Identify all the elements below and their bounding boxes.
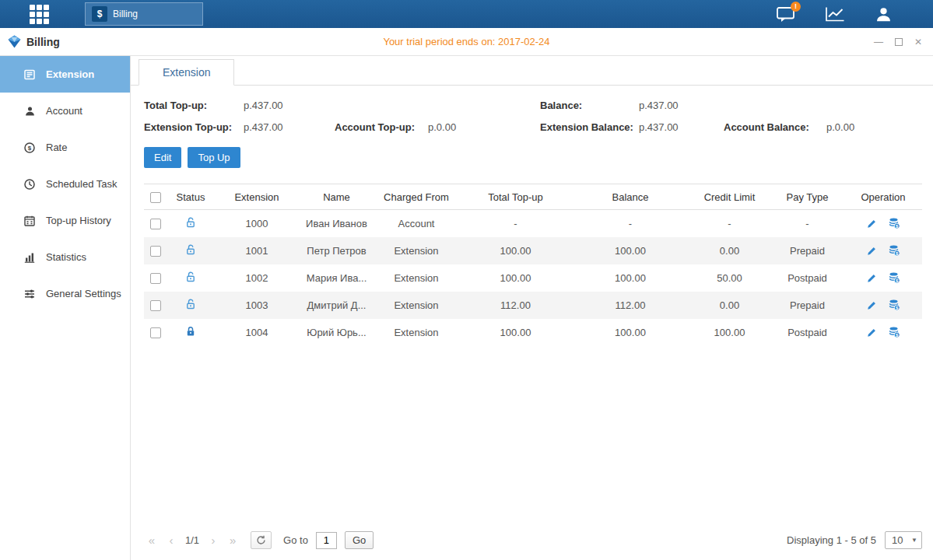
- sidebar: Extension Account $ Rate Scheduled Task …: [0, 56, 131, 560]
- sidebar-item-label: General Settings: [46, 288, 121, 299]
- sidebar-item-topup-history[interactable]: Top-up History: [0, 202, 130, 239]
- col-extension: Extension: [214, 184, 300, 210]
- page-size-value: 10: [892, 534, 903, 546]
- topup-coins-icon[interactable]: $: [888, 271, 900, 284]
- cell-charged-from: Extension: [374, 237, 459, 264]
- topup-coins-icon[interactable]: $: [888, 326, 900, 338]
- sidebar-item-label: Extension: [46, 68, 94, 80]
- sidebar-item-rate[interactable]: $ Rate: [0, 129, 130, 166]
- cell-total-topup: -: [459, 210, 572, 237]
- sidebar-item-account[interactable]: Account: [0, 93, 130, 129]
- cell-balance: -: [572, 210, 689, 237]
- cell-name: Иван Иванов: [300, 210, 374, 237]
- unlocked-icon[interactable]: [184, 271, 197, 283]
- close-icon[interactable]: ✕: [914, 37, 922, 47]
- cell-balance: 100.00: [572, 319, 689, 346]
- page-indicator: 1/1: [185, 534, 199, 546]
- minimize-icon[interactable]: —: [874, 37, 883, 47]
- last-page-button[interactable]: »: [225, 532, 240, 549]
- refresh-button[interactable]: [251, 531, 272, 549]
- maximize-icon[interactable]: [895, 38, 903, 46]
- topup-coins-icon[interactable]: $: [888, 217, 900, 229]
- cell-pay-type: -: [770, 210, 844, 237]
- topup-coins-icon[interactable]: $: [888, 299, 900, 311]
- first-page-button[interactable]: «: [144, 532, 160, 549]
- top-up-button[interactable]: Top Up: [188, 147, 240, 168]
- cell-pay-type: Prepaid: [770, 292, 844, 319]
- col-name: Name: [300, 184, 374, 210]
- bar-chart-icon: [23, 251, 36, 264]
- sidebar-item-general-settings[interactable]: General Settings: [0, 275, 130, 312]
- sidebar-item-label: Statistics: [46, 251, 86, 263]
- cell-balance: 100.00: [572, 237, 689, 264]
- cell-extension: 1004: [214, 319, 300, 346]
- next-page-button[interactable]: ›: [205, 532, 221, 549]
- cell-total-topup: 100.00: [459, 319, 572, 346]
- dollar-icon: $: [92, 6, 107, 22]
- apps-grid-icon[interactable]: [30, 5, 49, 24]
- edit-icon[interactable]: [866, 245, 878, 257]
- chevron-down-icon: ▼: [911, 537, 917, 544]
- row-checkbox[interactable]: [150, 273, 161, 284]
- sidebar-item-extension[interactable]: Extension: [0, 56, 130, 93]
- cell-charged-from: Extension: [374, 264, 459, 292]
- cell-name: Дмитрий Д...: [300, 292, 374, 319]
- cell-balance: 112.00: [572, 292, 689, 319]
- cell-credit-limit: 0.00: [689, 292, 770, 319]
- cell-extension: 1003: [214, 292, 300, 319]
- table-row: 1001 Петр Петров Extension 100.00 100.00…: [144, 237, 922, 264]
- cell-name: Юрий Юрь...: [300, 319, 374, 346]
- unlocked-icon[interactable]: [184, 298, 197, 310]
- unlocked-icon[interactable]: [184, 216, 197, 229]
- cell-credit-limit: 50.00: [689, 264, 770, 292]
- col-charged-from: Charged From: [374, 184, 459, 210]
- goto-page-input[interactable]: [316, 532, 337, 549]
- account-icon: [23, 105, 36, 117]
- summary-total-topup: Total Top-up: p.437.00: [144, 100, 335, 111]
- row-checkbox[interactable]: [150, 246, 161, 257]
- edit-icon[interactable]: [866, 299, 878, 311]
- svg-text:$: $: [28, 145, 32, 152]
- summary-account-balance: Account Balance: p.0.00: [724, 121, 922, 133]
- unlocked-icon[interactable]: [184, 243, 197, 256]
- rate-icon: $: [23, 142, 36, 154]
- topup-coins-icon[interactable]: $: [888, 244, 900, 257]
- row-checkbox[interactable]: [150, 327, 161, 338]
- edit-button[interactable]: Edit: [144, 147, 181, 168]
- user-icon[interactable]: [875, 5, 893, 23]
- tabs-row: Extension: [131, 56, 933, 86]
- sidebar-item-label: Rate: [46, 142, 67, 153]
- go-button[interactable]: Go: [345, 531, 374, 549]
- chat-icon[interactable]: !: [777, 6, 795, 23]
- cell-total-topup: 100.00: [459, 237, 572, 264]
- displaying-text: Displaying 1 - 5 of 5: [787, 534, 876, 546]
- col-pay-type: Pay Type: [770, 184, 844, 210]
- pagination-bar: « ‹ 1/1 › » Go to Go Displaying 1 - 5 of…: [144, 531, 922, 549]
- summary-account-topup: Account Top-up: p.0.00: [335, 121, 540, 133]
- trial-notice: Your trial period ends on: 2017-02-24: [383, 36, 549, 47]
- edit-icon[interactable]: [866, 327, 878, 338]
- page-size-select[interactable]: 10 ▼: [885, 531, 922, 549]
- cell-pay-type: Postpaid: [770, 264, 844, 292]
- sidebar-item-scheduled-task[interactable]: Scheduled Task: [0, 166, 130, 202]
- extension-table: Status Extension Name Charged From Total…: [144, 184, 922, 346]
- billing-tab-label: Billing: [113, 9, 138, 19]
- chart-icon[interactable]: [825, 6, 845, 23]
- tab-extension[interactable]: Extension: [139, 59, 234, 86]
- locked-icon[interactable]: [184, 325, 197, 338]
- top-app-bar: $ Billing !: [0, 0, 933, 28]
- edit-icon[interactable]: [866, 272, 878, 284]
- sidebar-item-label: Account: [46, 105, 82, 117]
- row-checkbox[interactable]: [150, 300, 161, 311]
- cell-charged-from: Extension: [374, 292, 459, 319]
- prev-page-button[interactable]: ‹: [163, 532, 179, 549]
- billing-gem-icon: [8, 35, 21, 48]
- table-row: 1004 Юрий Юрь... Extension 100.00 100.00…: [144, 319, 922, 346]
- row-checkbox[interactable]: [150, 219, 161, 229]
- billing-app-tab[interactable]: $ Billing: [85, 2, 203, 26]
- sidebar-item-statistics[interactable]: Statistics: [0, 239, 130, 275]
- sidebar-item-label: Top-up History: [46, 215, 111, 226]
- edit-icon[interactable]: [866, 218, 878, 229]
- select-all-checkbox[interactable]: [150, 192, 161, 203]
- table-row: 1000 Иван Иванов Account - - - - $: [144, 210, 922, 237]
